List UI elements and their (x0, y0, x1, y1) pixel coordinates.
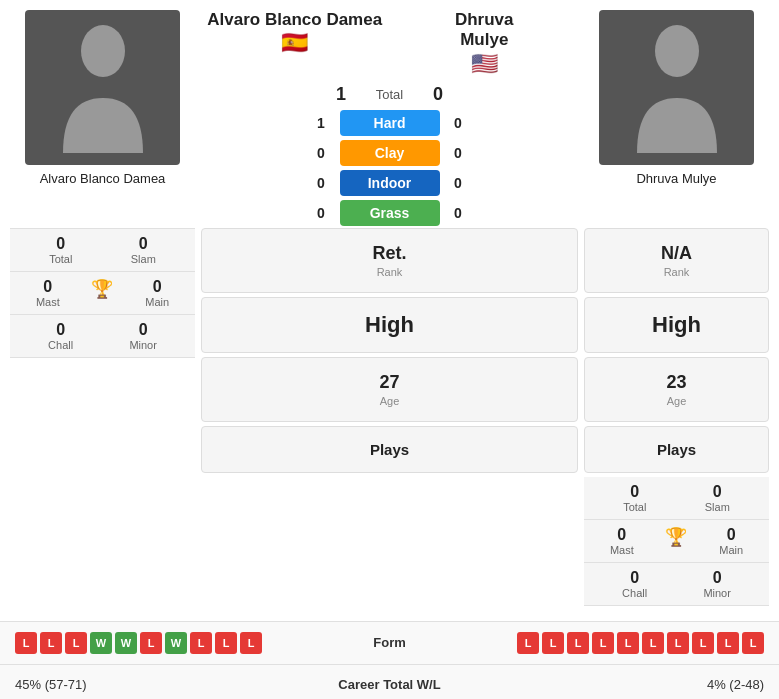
clay-left: 0 (309, 145, 334, 161)
right-avatar (599, 10, 754, 165)
high-box: High (201, 297, 578, 353)
career-wl-row: 45% (57-71) Career Total W/L 4% (2-48) (0, 665, 779, 699)
form-badge-right: L (742, 632, 764, 654)
form-badge-left: W (115, 632, 137, 654)
right-chall-value: 0 (630, 569, 639, 587)
left-stats-row-1: 0 Total 0 Slam (10, 228, 195, 272)
right-mast-value: 0 (617, 526, 626, 544)
left-avatar (25, 10, 180, 165)
svg-point-0 (81, 25, 125, 77)
grass-left: 0 (309, 205, 334, 221)
form-badge-left: L (240, 632, 262, 654)
left-chall-stat: 0 Chall (48, 321, 73, 351)
bottom-section: LLLWWLWLLL Form LLLLLLLLLL 45% (57-71) C… (0, 621, 779, 699)
left-main-label: Main (145, 296, 169, 308)
left-stats-row-3: 0 Chall 0 Minor (10, 315, 195, 358)
form-label: Form (350, 635, 430, 650)
left-main-stat: 0 Main (145, 278, 169, 308)
right-slam-stat: 0 Slam (705, 483, 730, 513)
right-minor-stat: 0 Minor (703, 569, 731, 599)
right-mast-stat: 0 Mast (610, 526, 634, 556)
right-main-stat: 0 Main (719, 526, 743, 556)
form-badge-right: L (567, 632, 589, 654)
form-badge-left: L (15, 632, 37, 654)
right-minor-label: Minor (703, 587, 731, 599)
total-score-left: 1 (329, 84, 354, 105)
form-badge-right: L (592, 632, 614, 654)
left-chall-label: Chall (48, 339, 73, 351)
right-stats-row-2: 0 Mast 🏆 0 Main (584, 520, 769, 563)
form-badge-right: L (642, 632, 664, 654)
left-minor-stat: 0 Minor (129, 321, 157, 351)
svg-point-1 (655, 25, 699, 77)
career-wl-left: 45% (57-71) (15, 677, 310, 692)
right-rank-box: N/A Rank (584, 228, 769, 293)
age-box: 27 Age (201, 357, 578, 422)
right-rank-value: N/A (593, 243, 760, 264)
right-mast-label: Mast (610, 544, 634, 556)
right-chall-stat: 0 Chall (622, 569, 647, 599)
left-stats-row-2: 0 Mast 🏆 0 Main (10, 272, 195, 315)
left-trophy-icon: 🏆 (91, 278, 113, 308)
form-badge-right: L (517, 632, 539, 654)
main-container: Alvaro Blanco Damea Alvaro Blanco Damea … (0, 0, 779, 699)
form-badge-left: L (190, 632, 212, 654)
left-player-name: Alvaro Blanco Damea (40, 171, 166, 186)
right-trophy-icon: 🏆 (665, 526, 687, 556)
grass-badge: Grass (340, 200, 440, 226)
left-total-stat: 0 Total (49, 235, 72, 265)
right-age-box: 23 Age (584, 357, 769, 422)
total-label: Total (360, 87, 420, 102)
right-high-box: High (584, 297, 769, 353)
clay-right: 0 (446, 145, 471, 161)
form-badge-left: L (40, 632, 62, 654)
right-flag: 🇺🇸 (390, 51, 580, 77)
left-high-value: High (210, 312, 569, 338)
indoor-badge: Indoor (340, 170, 440, 196)
left-chall-value: 0 (56, 321, 65, 339)
right-total-label: Total (623, 501, 646, 513)
right-total-stat: 0 Total (623, 483, 646, 513)
indoor-right: 0 (446, 175, 471, 191)
form-badge-left: W (90, 632, 112, 654)
right-stats: N/A Rank High 23 Age Plays 0 Total (584, 228, 769, 606)
rank-label: Rank (210, 266, 569, 278)
rank-box: Ret. Rank (201, 228, 578, 293)
right-name-center: DhruvaMulye (390, 10, 580, 51)
career-wl-right: 4% (2-48) (470, 677, 765, 692)
right-slam-value: 0 (713, 483, 722, 501)
right-chall-label: Chall (622, 587, 647, 599)
plays-label: Plays (210, 441, 569, 458)
left-age-value: 27 (210, 372, 569, 393)
plays-box: Plays (201, 426, 578, 473)
left-slam-label: Slam (131, 253, 156, 265)
right-form-badges: LLLLLLLLLL (430, 632, 765, 654)
left-slam-value: 0 (139, 235, 148, 253)
age-label: Age (210, 395, 569, 407)
form-badge-right: L (692, 632, 714, 654)
left-form-badges: LLLWWLWLLL (15, 632, 350, 654)
left-total-value: 0 (56, 235, 65, 253)
career-wl-label: Career Total W/L (310, 677, 470, 692)
hard-left: 1 (309, 115, 334, 131)
left-minor-value: 0 (139, 321, 148, 339)
center-panel: Alvaro Blanco Damea 🇪🇸 DhruvaMulye 🇺🇸 1 … (195, 10, 584, 228)
right-slam-label: Slam (705, 501, 730, 513)
form-row: LLLWWLWLLL Form LLLLLLLLLL (0, 622, 779, 665)
left-stats: 0 Total 0 Slam 0 Mast 🏆 0 Main (10, 228, 195, 358)
form-badge-right: L (542, 632, 564, 654)
left-mast-stat: 0 Mast (36, 278, 60, 308)
left-player-section: Alvaro Blanco Damea (10, 10, 195, 194)
right-stats-row-1: 0 Total 0 Slam (584, 477, 769, 520)
right-age-value: 23 (593, 372, 760, 393)
left-total-label: Total (49, 253, 72, 265)
left-name-center: Alvaro Blanco Damea (200, 10, 390, 30)
left-mast-value: 0 (43, 278, 52, 296)
total-score-right: 0 (426, 84, 451, 105)
right-total-value: 0 (630, 483, 639, 501)
form-badge-right: L (717, 632, 739, 654)
form-badge-left: L (65, 632, 87, 654)
grass-right: 0 (446, 205, 471, 221)
right-plays-box: Plays (584, 426, 769, 473)
indoor-left: 0 (309, 175, 334, 191)
